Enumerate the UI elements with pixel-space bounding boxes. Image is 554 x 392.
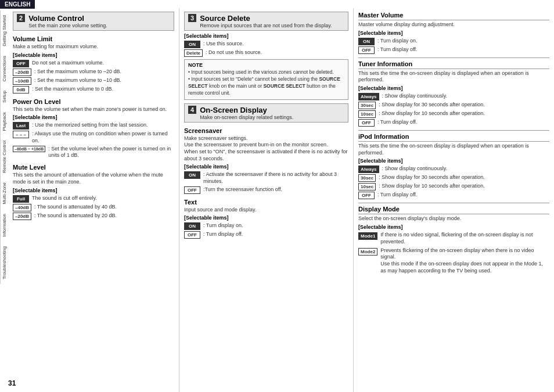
- list-item: OFF Do not set a maximum volume.: [13, 60, 174, 67]
- note-text-1: • Input sources being used in the variou…: [188, 69, 344, 76]
- mute-level-desc: This sets the amount of attenuation of t…: [13, 172, 174, 185]
- tuner-info-selectable: [Selectable items]: [358, 85, 549, 91]
- note-title: NOTE: [188, 62, 344, 68]
- list-item: –20dB : Set the maximum volume to –20 dB…: [13, 69, 174, 76]
- side-tab-getting-started: Getting Started: [0, 10, 8, 51]
- list-item: –40dB : The sound is attenuated by 40 dB…: [13, 204, 174, 211]
- mv-on-badge: ON: [358, 38, 375, 45]
- side-tab-information: Information: [0, 209, 8, 242]
- divider-tuner: [358, 57, 549, 58]
- vol-0db-desc: : Set the maximum volume to 0 dB.: [32, 86, 113, 93]
- list-item: OFF : Turn display off.: [184, 231, 348, 239]
- ipod-10sec-desc: : Show display for 10 seconds after oper…: [379, 183, 485, 190]
- ipod-info-title: iPod Information: [358, 133, 549, 142]
- section4-number: 4: [188, 106, 196, 114]
- list-item: ON : Activate the screensaver if there i…: [184, 171, 348, 185]
- list-item: –20dB : The sound is attenuated by 20 dB…: [13, 213, 174, 220]
- section3-subtitle: Remove input sources that are not used f…: [200, 23, 332, 28]
- ipod-30sec-desc: : Show display for 30 seconds after oper…: [379, 174, 485, 181]
- vol-off-badge: OFF: [13, 60, 29, 67]
- ipod-off-desc: : Turn display off.: [377, 192, 417, 199]
- screensaver-off-desc: :Turn the screensaver function off.: [203, 186, 282, 193]
- ipod-always-badge: Always: [358, 166, 379, 173]
- list-item: 10sec : Show display for 10 seconds afte…: [358, 183, 549, 190]
- note-box: NOTE • Input sources being used in the v…: [184, 59, 348, 100]
- tuner-off-badge: OFF: [358, 119, 375, 127]
- vol-10db-badge: –10dB: [13, 77, 31, 85]
- list-item: ON : Use this source.: [184, 41, 348, 48]
- power-mute-desc: : Always use the muting on condition whe…: [32, 131, 174, 144]
- text-off-badge: OFF: [184, 231, 200, 239]
- screensaver-desc: Make screensaver settings.Use the screen…: [184, 135, 348, 163]
- tuner-30sec-desc: : Show display for 30 seconds after oper…: [379, 102, 485, 109]
- list-item: Last : Use the memorized setting from th…: [13, 122, 174, 130]
- display-mode-selectable: [Selectable items]: [358, 224, 549, 230]
- ipod-always-desc: : Show display continuously.: [382, 166, 447, 172]
- text-desc: Input source and mode display.: [184, 207, 348, 214]
- column-2: 3 Source Delete Remove input sources tha…: [179, 8, 354, 392]
- section3-number: 3: [188, 14, 196, 22]
- ipod-30sec-badge: 30sec: [358, 174, 376, 182]
- section2-subtitle: Set the main zone volume setting.: [28, 23, 107, 28]
- power-on-selectable: [Selectable items]: [13, 114, 174, 120]
- vol-20db-desc: : Set the maximum volume to –20 dB.: [34, 69, 121, 75]
- list-item: ON : Turn display on.: [184, 222, 348, 230]
- power-range-desc: : Set the volume level when the power is…: [48, 146, 174, 159]
- list-item: OFF : Turn display off.: [358, 119, 549, 127]
- mute-level-selectable: [Selectable items]: [13, 188, 174, 193]
- side-tab-remote-control: Remote Control: [0, 136, 8, 178]
- source-delete-selectable: [Selectable items]: [184, 33, 348, 39]
- text-title: Text: [184, 199, 348, 206]
- ipod-info-selectable: [Selectable items]: [358, 158, 549, 164]
- text-on-desc: : Turn display on.: [203, 222, 243, 229]
- tuner-always-badge: Always: [358, 93, 379, 100]
- text-selectable: [Selectable items]: [184, 215, 348, 221]
- text-off-desc: : Turn display off.: [203, 231, 243, 238]
- display-mode-desc: Select the on-screen display's display m…: [358, 215, 549, 222]
- source-delete-desc: : Do not use this source.: [206, 49, 262, 56]
- tuner-off-desc: : Turn display off.: [377, 119, 417, 126]
- vol-0db-badge: 0dB: [13, 86, 29, 93]
- section4-title: On-Screen Display: [200, 106, 293, 114]
- mute-40db-desc: : The sound is attenuated by 40 dB.: [34, 204, 117, 211]
- source-delete-badge: Delete: [184, 49, 203, 57]
- list-item: 10sec : Show display for 10 seconds afte…: [358, 110, 549, 118]
- tuner-always-desc: : Show display continuously.: [382, 93, 447, 100]
- column-3: Master Volume Master volume display duri…: [354, 8, 554, 392]
- master-volume-title: Master Volume: [358, 12, 549, 20]
- section3-header: 3 Source Delete Remove input sources tha…: [184, 12, 348, 31]
- list-item: Mode2 Prevents flickering of the on-scre…: [358, 247, 549, 275]
- volume-limit-desc: Make a setting for maximum volume.: [13, 44, 174, 51]
- vol-off-desc: Do not set a maximum volume.: [32, 60, 104, 67]
- note-text-2: • Input sources set to "Delete" cannot b…: [188, 76, 344, 97]
- mute-full-badge: Full: [13, 195, 29, 203]
- vol-20db-badge: –20dB: [13, 69, 31, 76]
- volume-limit-title: Volume Limit: [13, 35, 174, 42]
- list-item: Mode1 If there is no video signal, flick…: [358, 232, 549, 245]
- mv-on-desc: : Turn display on.: [377, 38, 418, 45]
- list-item: –10dB : Set the maximum volume to –10 dB…: [13, 77, 174, 85]
- list-item: Always : Show display continuously.: [358, 166, 549, 173]
- side-tab-connections: Connections: [0, 51, 8, 86]
- screensaver-selectable: [Selectable items]: [184, 164, 348, 170]
- divider-ipod: [358, 130, 549, 131]
- list-item: 30sec : Show display for 30 seconds afte…: [358, 174, 549, 182]
- list-item: 30sec : Show display for 30 seconds afte…: [358, 102, 549, 109]
- ipod-10sec-badge: 10sec: [358, 183, 376, 190]
- section2-title: Volume Control: [28, 14, 107, 23]
- side-tab-playback: Playback: [0, 107, 8, 135]
- column-1: 2 Volume Control Set the main zone volum…: [8, 8, 179, 392]
- power-on-desc: This sets the volume set when the main z…: [13, 106, 174, 113]
- main-content: 2 Volume Control Set the main zone volum…: [8, 8, 554, 392]
- mode2-desc: Prevents flickering of the on-screen dis…: [380, 247, 549, 275]
- side-tab-troubleshooting: Troubleshooting: [0, 242, 8, 284]
- tuner-10sec-badge: 10sec: [358, 110, 376, 118]
- mute-20db-badge: –20dB: [13, 213, 31, 220]
- list-item: –80dB ~ +18dB : Set the volume level whe…: [13, 146, 174, 159]
- list-item: Always : Show display continuously.: [358, 93, 549, 100]
- ipod-off-badge: OFF: [358, 192, 375, 199]
- section4-header: 4 On-Screen Display Make on-screen displ…: [184, 103, 348, 123]
- list-item: 0dB : Set the maximum volume to 0 dB.: [13, 86, 174, 93]
- source-on-desc: : Use this source.: [203, 41, 244, 48]
- screensaver-on-badge: ON: [184, 171, 200, 179]
